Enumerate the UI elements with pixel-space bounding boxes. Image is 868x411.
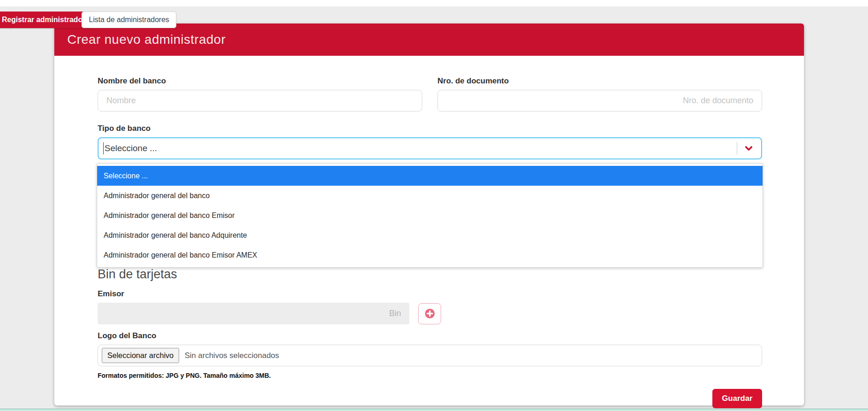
document-number-label: Nro. de documento — [437, 76, 762, 86]
bank-type-combobox[interactable]: Seleccione ... — [98, 137, 762, 159]
create-admin-card: Crear nuevo administrador Nombre del ban… — [54, 23, 804, 405]
issuer-label: Emisor — [98, 289, 762, 299]
file-status-text: Sin archivos seleccionados — [185, 351, 279, 360]
bank-type-value: Seleccione ... — [105, 143, 737, 153]
format-note: Formatos permitidos: JPG y PNG. Tamaño m… — [98, 372, 762, 379]
tab-lista-label: Lista de administradores — [89, 16, 169, 24]
dropdown-option[interactable]: Administrador general del banco Emisor A… — [97, 245, 763, 265]
save-button[interactable]: Guardar — [712, 389, 762, 408]
dropdown-option[interactable]: Seleccione ... — [97, 166, 763, 186]
bin-section-heading: Bin de tarjetas — [98, 267, 762, 282]
dropdown-option[interactable]: Administrador general del banco — [97, 186, 763, 206]
tab-registrar-administrador[interactable]: Registrar administrador — [0, 12, 93, 28]
top-white-strip — [0, 0, 868, 6]
bank-name-input[interactable] — [98, 90, 422, 112]
bank-type-label: Tipo de banco — [98, 124, 762, 133]
add-bin-button[interactable] — [418, 303, 441, 324]
combobox-divider — [737, 142, 737, 155]
bank-type-dropdown: Seleccione ... Administrador general del… — [97, 163, 763, 268]
logo-label: Logo del Banco — [98, 331, 762, 341]
create-admin-form: Nombre del banco Nro. de documento Tipo … — [54, 56, 804, 408]
page-title: Crear nuevo administrador — [67, 32, 226, 47]
document-number-input[interactable] — [437, 90, 762, 112]
choose-file-button[interactable]: Seleccionar archivo — [102, 348, 179, 363]
tab-registrar-label: Registrar administrador — [2, 16, 85, 24]
logo-file-input[interactable]: Seleccionar archivo Sin archivos selecci… — [98, 345, 762, 366]
plus-circle-icon — [425, 308, 435, 319]
bin-input — [98, 303, 409, 324]
chevron-down-icon[interactable] — [744, 143, 757, 153]
dropdown-option[interactable]: Administrador general del banco Emisor — [97, 206, 763, 225]
dropdown-option[interactable]: Administrador general del banco Adquiren… — [97, 225, 763, 245]
card-header: Crear nuevo administrador — [54, 23, 804, 56]
text-cursor — [103, 142, 104, 154]
bottom-teal-strip — [0, 409, 868, 411]
tab-lista-administradores[interactable]: Lista de administradores — [82, 12, 176, 28]
bank-name-label: Nombre del banco — [98, 76, 422, 86]
